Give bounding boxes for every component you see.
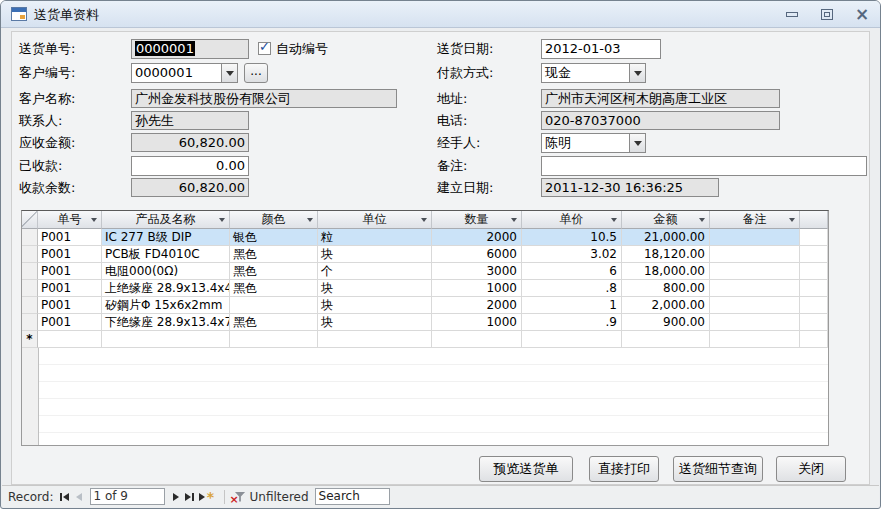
delivery-date-field[interactable]: 2012-01-03	[541, 39, 661, 59]
delivery-detail-query-button[interactable]: 送货细节查询	[673, 456, 763, 482]
minimize-button[interactable]	[784, 6, 800, 22]
contact-field[interactable]: 孙先生	[131, 111, 249, 130]
column-header[interactable]: 产品及名称	[102, 211, 230, 229]
filter-status-label[interactable]: Unfiltered	[250, 490, 309, 504]
row-selector[interactable]	[22, 314, 38, 331]
first-record-button[interactable]	[58, 490, 72, 504]
row-selector[interactable]	[22, 229, 38, 246]
table-cell[interactable]: P001	[38, 280, 102, 297]
received-field[interactable]: 0.00	[131, 156, 249, 176]
table-cell[interactable]: 块	[318, 246, 432, 263]
customer-no-combo[interactable]: 0000001	[131, 63, 222, 83]
table-cell[interactable]: 2,000.00	[622, 297, 710, 314]
auto-number-checkbox[interactable]: ✓	[258, 42, 271, 55]
close-form-button[interactable]: 关闭	[776, 456, 846, 482]
search-input[interactable]: Search	[315, 488, 390, 505]
address-field[interactable]: 广州市天河区柯木朗高唐工业区	[541, 89, 780, 108]
table-cell[interactable]: 块	[318, 314, 432, 331]
table-cell[interactable]: 上绝缘座 28.9x13.4x4.4m	[102, 280, 230, 297]
column-header[interactable]: 单号	[38, 211, 102, 229]
handler-dropdown-button[interactable]	[629, 133, 646, 153]
new-row-marker-icon[interactable]: *	[22, 331, 38, 348]
table-cell[interactable]: 3.02	[522, 246, 622, 263]
created-date-field[interactable]: 2011-12-30 16:36:25	[541, 178, 719, 197]
table-cell[interactable]	[710, 314, 800, 331]
remark-field[interactable]	[541, 156, 867, 176]
table-cell[interactable]	[230, 297, 318, 314]
table-cell[interactable]: P001	[38, 314, 102, 331]
header-dropdown-icon[interactable]	[511, 218, 517, 222]
delivery-no-field[interactable]: 0000001	[131, 39, 249, 59]
table-cell[interactable]: 10.5	[522, 229, 622, 246]
table-cell[interactable]: 银色	[230, 229, 318, 246]
table-cell[interactable]: 900.00	[622, 314, 710, 331]
table-cell[interactable]: 1	[522, 297, 622, 314]
table-cell[interactable]	[318, 331, 432, 348]
table-cell[interactable]: 800.00	[622, 280, 710, 297]
customer-no-dropdown-button[interactable]	[221, 63, 238, 83]
table-cell[interactable]	[230, 331, 318, 348]
table-cell[interactable]: 2000	[432, 297, 522, 314]
row-selector[interactable]	[22, 280, 38, 297]
table-cell[interactable]: .9	[522, 314, 622, 331]
header-dropdown-icon[interactable]	[219, 218, 225, 222]
column-header[interactable]: 单价	[522, 211, 622, 229]
browse-customer-button[interactable]: ...	[244, 63, 268, 83]
table-cell[interactable]: .8	[522, 280, 622, 297]
table-cell[interactable]: 矽鋼片Φ 15x6x2mm	[102, 297, 230, 314]
table-cell[interactable]: 2000	[432, 229, 522, 246]
table-cell[interactable]	[710, 331, 800, 348]
table-cell[interactable]: 18,120.00	[622, 246, 710, 263]
table-cell[interactable]: P001	[38, 246, 102, 263]
record-position-box[interactable]: 1 of 9	[90, 488, 165, 505]
table-cell[interactable]: 6	[522, 263, 622, 280]
table-cell[interactable]	[432, 331, 522, 348]
direct-print-button[interactable]: 直接打印	[589, 456, 659, 482]
table-cell[interactable]: 1000	[432, 280, 522, 297]
column-header[interactable]: 数量	[432, 211, 522, 229]
table-cell[interactable]: 黑色	[230, 263, 318, 280]
row-selector[interactable]	[22, 297, 38, 314]
table-cell[interactable]: 3000	[432, 263, 522, 280]
row-selector[interactable]	[22, 263, 38, 280]
header-dropdown-icon[interactable]	[91, 218, 97, 222]
table-cell[interactable]	[710, 229, 800, 246]
table-cell[interactable]	[710, 280, 800, 297]
column-header[interactable]: 金额	[622, 211, 710, 229]
new-record-button[interactable]: *	[197, 490, 217, 504]
table-cell[interactable]	[710, 246, 800, 263]
table-cell[interactable]: 粒	[318, 229, 432, 246]
header-dropdown-icon[interactable]	[699, 218, 705, 222]
table-cell[interactable]: 黑色	[230, 280, 318, 297]
table-cell[interactable]: P001	[38, 263, 102, 280]
previous-record-button[interactable]	[72, 490, 86, 504]
next-record-button[interactable]	[169, 490, 183, 504]
last-record-button[interactable]	[183, 490, 197, 504]
table-cell[interactable]: 18,000.00	[622, 263, 710, 280]
header-dropdown-icon[interactable]	[421, 218, 427, 222]
table-cell[interactable]: P001	[38, 297, 102, 314]
table-cell[interactable]	[38, 331, 102, 348]
handler-combo[interactable]: 陈明	[541, 133, 630, 153]
table-cell[interactable]: P001	[38, 229, 102, 246]
table-cell[interactable]	[622, 331, 710, 348]
table-cell[interactable]: 块	[318, 297, 432, 314]
title-bar[interactable]: 送货单资料 ×	[1, 1, 880, 28]
table-cell[interactable]: 6000	[432, 246, 522, 263]
restore-button[interactable]	[819, 6, 835, 22]
column-header[interactable]: 备注	[710, 211, 800, 229]
customer-name-field[interactable]: 广州金发科技股份有限公司	[131, 89, 397, 108]
table-cell[interactable]	[522, 331, 622, 348]
table-cell[interactable]: PCB板 FD4010C	[102, 246, 230, 263]
table-cell[interactable]: 黑色	[230, 246, 318, 263]
header-dropdown-icon[interactable]	[611, 218, 617, 222]
header-dropdown-icon[interactable]	[789, 218, 795, 222]
select-all-corner[interactable]	[22, 211, 38, 229]
table-cell[interactable]: 1000	[432, 314, 522, 331]
table-cell[interactable]: 块	[318, 280, 432, 297]
table-cell[interactable]: 21,000.00	[622, 229, 710, 246]
table-cell[interactable]: 个	[318, 263, 432, 280]
filter-button[interactable]: ×	[232, 491, 246, 503]
balance-field[interactable]: 60,820.00	[131, 178, 249, 197]
column-header[interactable]: 颜色	[230, 211, 318, 229]
